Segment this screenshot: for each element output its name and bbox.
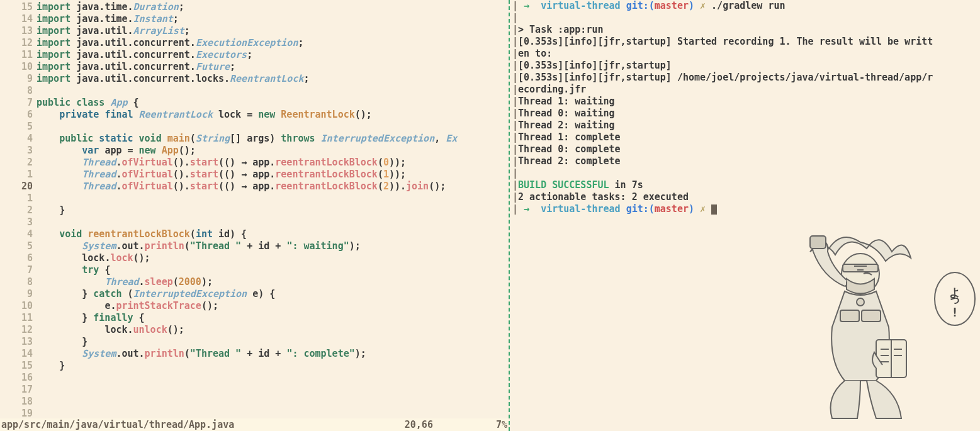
code-content[interactable]: import java.time.Duration;import java.ti… [37,1,509,418]
file-path: app/src/main/java/virtual/thread/App.jav… [1,419,234,430]
svg-text:よっ: よっ [949,279,962,306]
terminal-output-line: | [512,167,977,179]
scroll-percent: 7% [496,419,507,430]
terminal-output-line: |Thread 1: complete [512,132,977,143]
terminal-output-line: |Thread 0: waiting [512,108,977,120]
line-number-gutter: 1514131211109876543212012345678910111213… [0,1,37,418]
svg-rect-4 [862,310,881,322]
terminal-prompt[interactable]: | → virtual-thread git:(master) ✗ [512,203,977,215]
svg-rect-3 [840,310,859,322]
terminal-output-line: |en to: [512,48,977,60]
terminal-output-line: |[0.353s][info][jfr,startup] Started rec… [512,36,977,48]
terminal-pane[interactable]: | → virtual-thread git:(master) ✗ ./grad… [510,0,980,431]
svg-rect-2 [810,236,826,249]
terminal-output-line: |[0.353s][info][jfr,startup] /home/joel/… [512,72,977,84]
terminal-output-line: |Thread 2: waiting [512,120,977,132]
terminal-output-line: |ecording.jfr [512,84,977,96]
editor-pane[interactable]: 1514131211109876543212012345678910111213… [0,0,509,431]
terminal-output-line: |[0.353s][info][jfr,startup] [512,60,977,72]
terminal-output-line: |Thread 1: waiting [512,96,977,108]
vim-statusline: app/src/main/java/virtual/thread/App.jav… [0,418,509,431]
cursor-position: 20,66 [405,419,433,430]
svg-text:!: ! [951,305,959,320]
terminal-output-line: |Thread 0: complete [512,143,977,155]
terminal-output-line: |> Task :app:run [512,24,977,36]
terminal-output-line: |Thread 2: complete [512,155,977,167]
terminal-prompt: | → virtual-thread git:(master) ✗ ./grad… [512,0,977,12]
terminal-output-line: |2 actionable tasks: 2 executed [512,191,977,203]
terminal-build-status: |BUILD SUCCESSFUL in 7s [512,179,977,191]
terminal-output-line: | [512,12,977,24]
kakashi-illustration: よっ ! [766,217,980,431]
svg-point-5 [857,298,864,306]
svg-rect-1 [843,264,878,272]
